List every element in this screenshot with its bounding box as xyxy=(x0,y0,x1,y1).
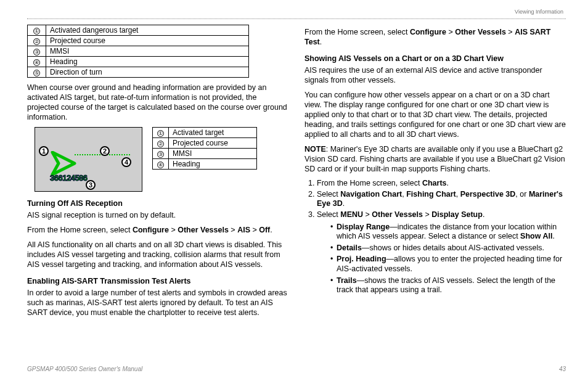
note-paragraph: NOTE: Mariner's Eye 3D charts are availa… xyxy=(304,144,566,174)
menu-path-item: Perspective 3D xyxy=(460,190,516,199)
page-number: 43 xyxy=(559,366,566,372)
two-column-layout: ①Activated dangerous target ②Projected c… xyxy=(27,25,566,322)
table-row: ②Projected course xyxy=(153,138,257,149)
legend-table-1: ①Activated dangerous target ②Projected c… xyxy=(27,25,249,78)
mmsi-label: 366124586 xyxy=(50,173,88,182)
callout-2: 2 xyxy=(100,146,110,156)
subheading: Enabling AIS-SART Transmission Test Aler… xyxy=(27,277,288,285)
left-column: ①Activated dangerous target ②Projected c… xyxy=(27,25,288,322)
step-item: Select Navigation Chart, Fishing Chart, … xyxy=(317,190,566,209)
right-column: From the Home screen, select Configure >… xyxy=(304,25,566,322)
table-row: ③MMSI xyxy=(153,149,257,159)
legend-label: Direction of turn xyxy=(46,67,249,78)
circled-number-icon: ③ xyxy=(157,151,164,158)
menu-path-item: Navigation Chart xyxy=(340,190,402,199)
table-row: ③MMSI xyxy=(28,46,249,57)
svg-marker-0 xyxy=(52,152,75,174)
callout-3: 3 xyxy=(86,180,96,190)
table-row: ①Activated dangerous target xyxy=(28,25,249,36)
subheading: Turning Off AIS Reception xyxy=(27,199,288,208)
legend-label: Heading xyxy=(46,57,249,67)
subheading: Showing AIS Vessels on a Chart or on a 3… xyxy=(304,54,566,63)
manual-title: GPSMAP 400/500 Series Owner's Manual xyxy=(27,366,142,372)
figure-row: 366124586 1 2 4 3 ①Activated target ②Pro… xyxy=(35,127,288,192)
circled-number-icon: ① xyxy=(157,130,164,137)
instruction-line: From the Home screen, select Configure >… xyxy=(27,225,288,235)
option-name: Details xyxy=(337,244,362,252)
menu-path-item: Configure xyxy=(410,28,446,36)
menu-path-item: Other Vessels xyxy=(455,28,506,36)
body-paragraph: You can configure how other vessels appe… xyxy=(304,90,566,139)
circled-number-icon: ③ xyxy=(33,49,40,55)
menu-path-item: Other Vessels xyxy=(178,226,229,234)
legend-table-2: ①Activated target ②Projected course ③MMS… xyxy=(152,127,257,170)
option-name: Display Range xyxy=(337,223,390,231)
menu-path-item: Charts xyxy=(422,179,447,187)
legend-label: Activated dangerous target xyxy=(46,25,249,36)
page-footer: GPSMAP 400/500 Series Owner's Manual 43 xyxy=(27,366,566,372)
menu-path-item: Fishing Chart xyxy=(406,190,456,199)
legend-label: MMSI xyxy=(46,46,249,57)
callout-4: 4 xyxy=(121,157,131,167)
legend-label: Activated target xyxy=(169,128,257,138)
legend-label: Heading xyxy=(169,159,257,170)
menu-path-item: MENU xyxy=(340,210,363,219)
circled-number-icon: ② xyxy=(33,38,40,45)
option-name: Show All xyxy=(520,232,552,240)
table-row: ④Heading xyxy=(153,159,257,170)
bullet-item: Proj. Heading—allows you to enter the pr… xyxy=(330,255,566,274)
legend-label: Projected course xyxy=(46,36,249,46)
table-row: ④Heading xyxy=(28,57,249,67)
body-paragraph: When course over ground and heading info… xyxy=(27,83,288,122)
legend-label: Projected course xyxy=(169,138,257,149)
legend-label: MMSI xyxy=(169,149,257,159)
note-label: NOTE xyxy=(304,145,326,154)
table-row: ⑤Direction of turn xyxy=(28,67,249,78)
circled-number-icon: ④ xyxy=(33,59,40,66)
option-name: Trails xyxy=(337,276,357,285)
menu-path-item: Other Vessels xyxy=(372,210,423,219)
menu-path-item: Configure xyxy=(133,226,169,234)
menu-path-item: Off xyxy=(259,226,270,234)
bullet-item: Details—shows or hides details about AIS… xyxy=(330,244,566,253)
instruction-line: From the Home screen, select Configure >… xyxy=(304,27,566,47)
manual-page: Viewing Information ①Activated dangerous… xyxy=(0,0,588,381)
circled-number-icon: ④ xyxy=(157,162,164,168)
header-breadcrumb: Viewing Information xyxy=(515,9,563,15)
menu-path-item: AIS xyxy=(237,226,250,234)
circled-number-icon: ① xyxy=(33,28,40,35)
step-item: Select MENU > Other Vessels > Display Se… xyxy=(317,210,566,295)
table-row: ①Activated target xyxy=(153,128,257,138)
header-divider xyxy=(27,18,566,19)
option-name: Proj. Heading xyxy=(337,255,386,263)
numbered-steps: From the Home screen, select Charts. Sel… xyxy=(317,179,566,295)
bullet-item: Trails—shows the tracks of AIS vessels. … xyxy=(330,276,566,295)
body-paragraph: AIS signal reception is turned on by def… xyxy=(27,210,288,220)
table-row: ②Projected course xyxy=(28,36,249,46)
circled-number-icon: ② xyxy=(157,141,164,147)
circled-number-icon: ⑤ xyxy=(33,70,40,76)
body-paragraph: In order to avoid a large number of test… xyxy=(27,288,288,318)
body-paragraph: AIS requires the use of an external AIS … xyxy=(304,65,566,85)
ais-target-figure: 366124586 1 2 4 3 xyxy=(35,127,142,192)
bullet-item: Display Range—indicates the distance fro… xyxy=(330,223,566,242)
bullet-list: Display Range—indicates the distance fro… xyxy=(330,223,566,295)
body-paragraph: All AIS functionality on all charts and … xyxy=(27,240,288,269)
step-item: From the Home screen, select Charts. xyxy=(317,179,566,189)
menu-path-item: Display Setup xyxy=(431,210,483,219)
callout-1: 1 xyxy=(39,146,49,156)
